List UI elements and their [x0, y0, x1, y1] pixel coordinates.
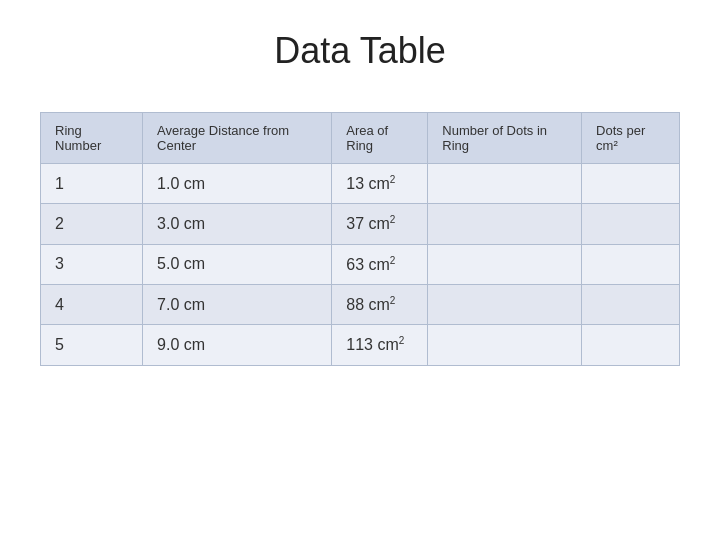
page-title: Data Table: [274, 30, 445, 72]
cell-avg-distance: 5.0 cm: [143, 244, 332, 284]
cell-num-dots: [428, 164, 582, 204]
cell-dots-per-cm2: [582, 325, 680, 365]
cell-area: 63 cm2: [332, 244, 428, 284]
data-table-wrapper: Ring Number Average Distance from Center…: [40, 112, 680, 366]
cell-dots-per-cm2: [582, 244, 680, 284]
cell-avg-distance: 1.0 cm: [143, 164, 332, 204]
cell-ring-number: 1: [41, 164, 143, 204]
col-header-avg-distance: Average Distance from Center: [143, 113, 332, 164]
col-header-area: Area of Ring: [332, 113, 428, 164]
cell-area: 37 cm2: [332, 204, 428, 244]
cell-ring-number: 2: [41, 204, 143, 244]
cell-num-dots: [428, 325, 582, 365]
cell-ring-number: 3: [41, 244, 143, 284]
col-header-ring-number: Ring Number: [41, 113, 143, 164]
cell-dots-per-cm2: [582, 164, 680, 204]
cell-num-dots: [428, 244, 582, 284]
col-header-num-dots: Number of Dots in Ring: [428, 113, 582, 164]
cell-area: 13 cm2: [332, 164, 428, 204]
cell-dots-per-cm2: [582, 284, 680, 324]
table-row: 35.0 cm63 cm2: [41, 244, 680, 284]
cell-avg-distance: 7.0 cm: [143, 284, 332, 324]
cell-ring-number: 5: [41, 325, 143, 365]
cell-dots-per-cm2: [582, 204, 680, 244]
cell-area: 88 cm2: [332, 284, 428, 324]
cell-ring-number: 4: [41, 284, 143, 324]
cell-num-dots: [428, 284, 582, 324]
data-table: Ring Number Average Distance from Center…: [40, 112, 680, 366]
table-header-row: Ring Number Average Distance from Center…: [41, 113, 680, 164]
cell-avg-distance: 9.0 cm: [143, 325, 332, 365]
table-row: 23.0 cm37 cm2: [41, 204, 680, 244]
table-row: 59.0 cm113 cm2: [41, 325, 680, 365]
cell-area: 113 cm2: [332, 325, 428, 365]
cell-avg-distance: 3.0 cm: [143, 204, 332, 244]
table-row: 47.0 cm88 cm2: [41, 284, 680, 324]
table-row: 11.0 cm13 cm2: [41, 164, 680, 204]
cell-num-dots: [428, 204, 582, 244]
col-header-dots-per-cm2: Dots per cm²: [582, 113, 680, 164]
